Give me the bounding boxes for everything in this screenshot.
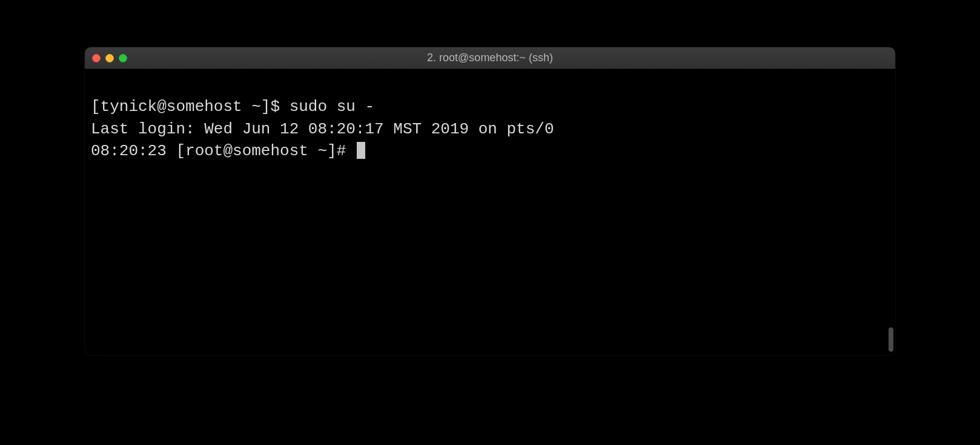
traffic-lights — [92, 54, 127, 62]
scrollbar-thumb[interactable] — [889, 327, 893, 352]
terminal-body[interactable]: [tynick@somehost ~]$ sudo su -Last login… — [85, 69, 895, 355]
titlebar[interactable]: 2. root@somehost:~ (ssh) — [85, 47, 895, 69]
terminal-line-2: Last login: Wed Jun 12 08:20:17 MST 2019… — [91, 118, 889, 140]
cursor-icon — [357, 142, 365, 159]
minimize-icon[interactable] — [105, 54, 114, 62]
terminal-window: 2. root@somehost:~ (ssh) [tynick@somehos… — [85, 47, 895, 355]
terminal-line-3: 08:20:23 [root@somehost ~]# — [91, 140, 889, 162]
close-icon[interactable] — [92, 54, 101, 62]
window-title: 2. root@somehost:~ (ssh) — [85, 52, 895, 64]
maximize-icon[interactable] — [119, 54, 127, 62]
command-text: sudo su - — [290, 98, 374, 116]
prompt-user: [tynick@somehost ~]$ — [91, 98, 290, 116]
prompt-root: 08:20:23 [root@somehost ~]# — [91, 142, 356, 160]
terminal-line-1: [tynick@somehost ~]$ sudo su - — [91, 96, 889, 118]
